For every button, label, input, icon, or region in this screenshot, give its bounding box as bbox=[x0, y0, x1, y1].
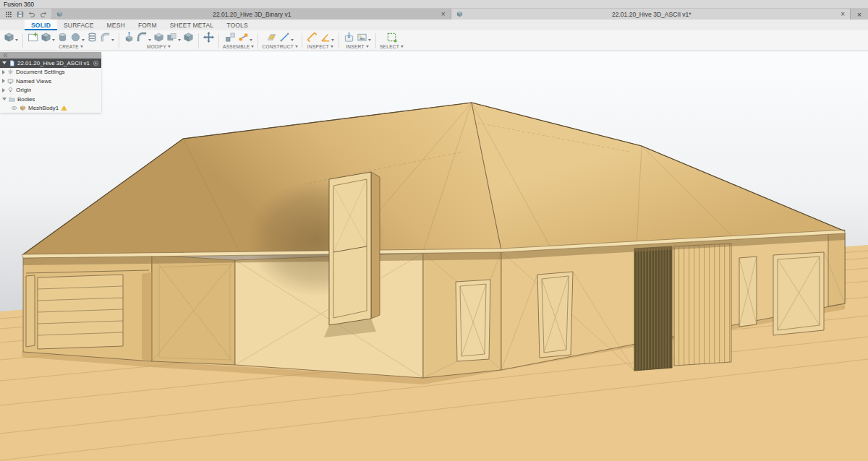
insert-mesh-button[interactable] bbox=[343, 31, 355, 43]
model-scene[interactable] bbox=[0, 51, 868, 461]
joint-button[interactable] bbox=[237, 31, 253, 43]
undo-button[interactable] bbox=[27, 9, 36, 19]
ribbon-tab-bar: SOLID SURFACE MESH FORM SHEET METAL TOOL… bbox=[0, 20, 868, 30]
browser-item-meshbody1[interactable]: MeshBody1 bbox=[0, 104, 101, 113]
tab-sheet-metal[interactable]: SHEET METAL bbox=[163, 20, 220, 30]
tab-solid[interactable]: SOLID bbox=[25, 20, 57, 30]
chevron-down-icon bbox=[295, 46, 298, 48]
select-icon bbox=[386, 32, 397, 43]
group-label-assemble[interactable]: ASSEMBLE bbox=[223, 44, 254, 49]
document-tab-bar: 22.01.20_Hive 3D_Binary v1 × 22.01.20_Hi… bbox=[0, 9, 868, 20]
chevron-down-icon bbox=[148, 39, 151, 41]
fillet-button[interactable] bbox=[136, 31, 152, 43]
visibility-eye-icon[interactable] bbox=[11, 105, 17, 111]
close-tab-icon[interactable]: × bbox=[441, 11, 446, 18]
group-label-text: INSERT bbox=[346, 44, 365, 49]
measure-button[interactable] bbox=[306, 31, 318, 43]
tab-label: 22.01.20_Hive 3D_ASCII v1* bbox=[466, 11, 838, 18]
ribbon-toolbar: CREATE MODIFY ASSEMBLE bbox=[0, 30, 868, 51]
create-box-button[interactable] bbox=[40, 31, 56, 43]
origin-bulb-icon bbox=[7, 87, 14, 93]
browser-item-named-views[interactable]: Named Views bbox=[0, 77, 101, 86]
chevron-right-icon[interactable] bbox=[2, 88, 5, 92]
redo-button[interactable] bbox=[38, 9, 48, 19]
create-cylinder-button[interactable] bbox=[56, 31, 69, 43]
toolbar-divider bbox=[22, 33, 23, 48]
group-label-text: SELECT bbox=[380, 44, 399, 49]
new-component-button[interactable] bbox=[224, 31, 237, 43]
chevron-down-icon bbox=[15, 39, 18, 41]
group-label-create[interactable]: CREATE bbox=[59, 44, 83, 49]
collapse-browser-icon[interactable] bbox=[2, 52, 9, 59]
cube-icon bbox=[4, 32, 14, 43]
document-icon bbox=[9, 60, 15, 66]
browser-panel: 22.01.20_Hive 3D_ASCII v1 Document Setti… bbox=[0, 52, 101, 113]
create-coil-button[interactable] bbox=[86, 31, 98, 43]
press-pull-icon bbox=[124, 32, 135, 43]
decal-button[interactable] bbox=[356, 31, 372, 43]
display-settings-icon[interactable] bbox=[93, 60, 99, 66]
house-mesh-body[interactable] bbox=[22, 103, 845, 378]
combine-button[interactable] bbox=[166, 31, 182, 43]
browser-root-row[interactable]: 22.01.20_Hive 3D_ASCII v1 bbox=[0, 59, 101, 68]
chevron-down-icon bbox=[251, 46, 254, 48]
offset-face-icon bbox=[183, 32, 194, 43]
tab-tools[interactable]: TOOLS bbox=[220, 20, 255, 30]
create-sketch-button[interactable] bbox=[27, 31, 39, 43]
toolbar-divider bbox=[302, 33, 302, 48]
warning-icon bbox=[61, 105, 67, 111]
section-analysis-button[interactable] bbox=[319, 31, 335, 43]
document-cube-icon bbox=[56, 11, 63, 17]
group-label-text: CREATE bbox=[59, 44, 79, 49]
tab-hive-ascii[interactable]: 22.01.20_Hive 3D_ASCII v1* × bbox=[451, 9, 851, 20]
tab-mesh[interactable]: MESH bbox=[101, 20, 132, 30]
ribbon-group-inspect: INSPECT bbox=[305, 31, 336, 51]
chevron-down-icon[interactable] bbox=[2, 98, 7, 100]
tab-hive-binary[interactable]: 22.01.20_Hive 3D_Binary v1 × bbox=[51, 9, 451, 20]
browser-header[interactable] bbox=[0, 52, 101, 59]
ribbon-group-move bbox=[201, 31, 216, 51]
viewport[interactable]: 22.01.20_Hive 3D_ASCII v1 Document Setti… bbox=[0, 51, 868, 461]
measure-icon bbox=[307, 32, 318, 43]
chevron-down-icon bbox=[331, 39, 334, 41]
save-button[interactable] bbox=[15, 9, 25, 19]
create-sphere-button[interactable] bbox=[69, 31, 85, 43]
chevron-right-icon[interactable] bbox=[2, 70, 5, 74]
group-label-select[interactable]: SELECT bbox=[380, 44, 404, 49]
sketch-icon bbox=[27, 32, 38, 43]
browser-item-document-settings[interactable]: Document Settings bbox=[0, 68, 101, 77]
chevron-down-icon bbox=[250, 39, 252, 41]
quick-access-toolbar bbox=[0, 9, 51, 20]
chevron-down-icon bbox=[52, 39, 55, 41]
group-label-modify[interactable]: MODIFY bbox=[147, 44, 171, 49]
tab-surface[interactable]: SURFACE bbox=[57, 20, 101, 30]
ribbon-group-select: SELECT bbox=[378, 31, 405, 51]
select-button[interactable] bbox=[386, 31, 398, 43]
group-label-construct[interactable]: CONSTRUCT bbox=[262, 44, 298, 49]
tab-form[interactable]: FORM bbox=[132, 20, 163, 30]
door-grille bbox=[634, 246, 672, 371]
create-pipe-button[interactable] bbox=[99, 31, 115, 43]
offset-face-button[interactable] bbox=[182, 31, 195, 43]
entry-tower bbox=[324, 172, 380, 337]
construct-plane-button[interactable] bbox=[265, 31, 278, 43]
browser-item-bodies[interactable]: Bodies bbox=[0, 95, 101, 104]
chevron-down-icon[interactable] bbox=[2, 61, 7, 64]
app-title: Fusion 360 bbox=[4, 1, 34, 8]
group-label-inspect[interactable]: INSPECT bbox=[307, 44, 333, 49]
shell-icon bbox=[153, 32, 164, 43]
construct-axis-button[interactable] bbox=[278, 31, 294, 43]
browser-item-origin[interactable]: Origin bbox=[0, 86, 101, 95]
chevron-right-icon[interactable] bbox=[2, 79, 5, 83]
workspace-button[interactable] bbox=[3, 31, 19, 43]
chevron-down-icon bbox=[168, 46, 171, 48]
undo-icon bbox=[28, 11, 35, 18]
workspace-selector[interactable] bbox=[1, 31, 20, 51]
press-pull-button[interactable] bbox=[123, 31, 135, 43]
move-copy-button[interactable] bbox=[203, 31, 215, 43]
window-close-button[interactable]: × bbox=[851, 9, 868, 20]
group-label-insert[interactable]: INSERT bbox=[346, 44, 369, 49]
close-tab-icon[interactable]: × bbox=[841, 11, 845, 18]
shell-button[interactable] bbox=[153, 31, 165, 43]
app-grid-button[interactable] bbox=[4, 9, 13, 19]
